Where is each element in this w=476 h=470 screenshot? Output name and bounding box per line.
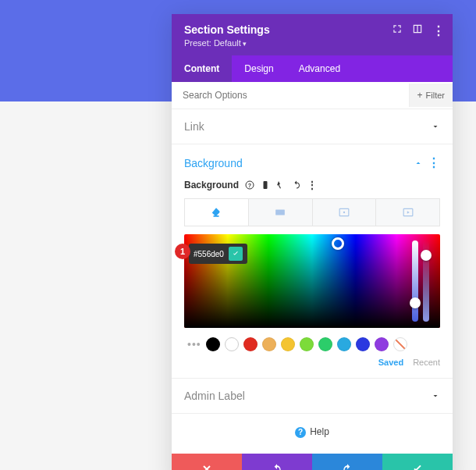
hex-confirm-button[interactable] xyxy=(229,247,243,261)
more-icon[interactable]: ⋮ xyxy=(432,23,443,34)
swatch-none[interactable] xyxy=(393,337,407,351)
panel-header: Section Settings Preset: Default ⋮ xyxy=(172,14,453,55)
picker-cursor[interactable] xyxy=(332,237,344,250)
redo-icon xyxy=(341,463,353,470)
field-more-icon[interactable]: ⋮ xyxy=(307,180,317,190)
section-admin-label[interactable]: Admin Label xyxy=(172,379,453,414)
background-type-tabs xyxy=(184,198,440,226)
undo-button[interactable] xyxy=(242,454,312,470)
undo-icon xyxy=(271,463,283,470)
video-icon xyxy=(402,207,414,218)
bg-tab-video[interactable] xyxy=(376,199,439,226)
tab-design[interactable]: Design xyxy=(232,55,286,82)
check-icon xyxy=(232,250,240,258)
swatch[interactable] xyxy=(356,337,370,351)
section-link-title: Link xyxy=(184,120,204,133)
svg-text:?: ? xyxy=(248,183,251,188)
bg-tab-color[interactable] xyxy=(185,199,249,226)
section-background: Background ⋮ Background ? ⋮ xyxy=(172,144,453,379)
paint-icon xyxy=(210,207,222,218)
section-admin-title: Admin Label xyxy=(184,390,245,402)
layout-icon[interactable] xyxy=(412,23,423,34)
swatch[interactable] xyxy=(243,337,258,351)
swatch-row: ••• xyxy=(184,337,440,351)
chevron-up-icon[interactable] xyxy=(414,158,423,168)
swatch[interactable] xyxy=(225,337,239,351)
saved-tab[interactable]: Saved xyxy=(378,358,403,367)
hue-slider[interactable] xyxy=(412,240,418,322)
settings-panel: Section Settings Preset: Default ⋮ Conte… xyxy=(172,14,453,470)
hex-value: #556de0 xyxy=(194,250,224,258)
swatch[interactable] xyxy=(318,337,332,351)
chevron-down-icon xyxy=(431,122,440,131)
undo-icon[interactable] xyxy=(292,180,301,190)
phone-icon[interactable] xyxy=(261,180,270,190)
swatch[interactable] xyxy=(206,337,220,351)
chevron-down-icon xyxy=(431,391,440,401)
expand-icon[interactable] xyxy=(392,23,403,34)
recent-tab[interactable]: Recent xyxy=(413,358,440,367)
tab-advanced[interactable]: Advanced xyxy=(286,55,353,82)
section-background-title[interactable]: Background xyxy=(184,157,243,169)
hover-icon[interactable] xyxy=(276,180,286,190)
section-link[interactable]: Link xyxy=(172,109,453,144)
step-callout: 1 xyxy=(175,244,190,259)
bg-tab-gradient[interactable] xyxy=(249,199,313,226)
svg-rect-2 xyxy=(264,181,268,189)
alpha-slider[interactable] xyxy=(423,240,429,322)
svg-rect-3 xyxy=(275,210,285,215)
check-icon xyxy=(411,463,424,470)
help-link[interactable]: Help xyxy=(172,414,453,454)
swatch-more-icon[interactable]: ••• xyxy=(187,338,201,351)
tab-bar: Content Design Advanced xyxy=(172,55,453,82)
background-label: Background xyxy=(184,180,239,190)
search-input[interactable] xyxy=(172,82,409,109)
swatch[interactable] xyxy=(300,337,314,351)
section-more-icon[interactable]: ⋮ xyxy=(428,155,440,170)
save-button[interactable] xyxy=(382,454,453,470)
svg-point-5 xyxy=(343,212,345,213)
swatch[interactable] xyxy=(375,337,389,351)
swatch[interactable] xyxy=(262,337,276,351)
bg-tab-image[interactable] xyxy=(313,199,377,226)
swatch[interactable] xyxy=(337,337,351,351)
filter-button[interactable]: +Filter xyxy=(409,84,453,107)
panel-footer xyxy=(172,454,453,470)
image-icon xyxy=(338,207,350,218)
close-icon xyxy=(201,463,213,470)
gradient-icon xyxy=(274,207,286,218)
preset-dropdown[interactable]: Preset: Default xyxy=(184,38,440,48)
help-icon[interactable]: ? xyxy=(245,180,254,190)
swatch[interactable] xyxy=(281,337,295,351)
tab-content[interactable]: Content xyxy=(172,55,232,82)
redo-button[interactable] xyxy=(312,454,382,470)
cancel-button[interactable] xyxy=(172,454,242,470)
hex-chip[interactable]: #556de0 xyxy=(189,244,247,264)
